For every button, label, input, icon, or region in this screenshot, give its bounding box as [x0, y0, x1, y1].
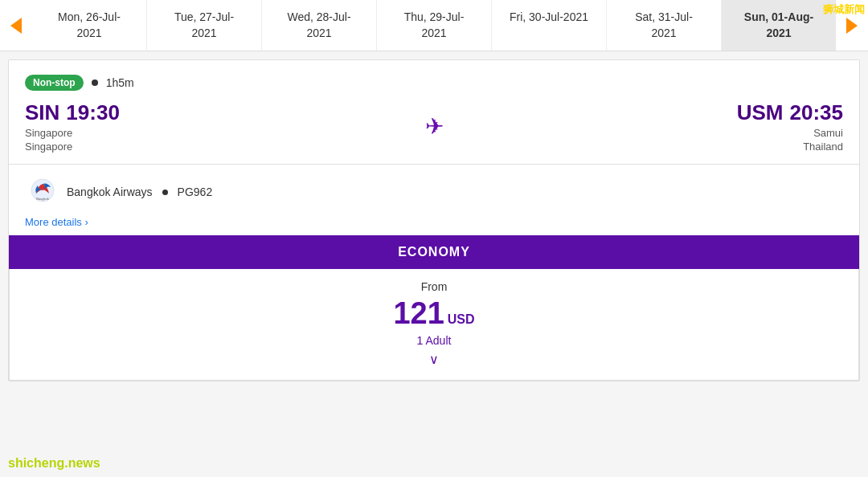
- airline-logo: Bangkok: [25, 177, 60, 206]
- dot-separator-2: [162, 190, 168, 195]
- from-label: From: [26, 280, 842, 293]
- airline-name: Bangkok Airways: [67, 186, 153, 198]
- watermark-bottom: shicheng.news: [8, 456, 100, 471]
- origin-city: Singapore: [25, 127, 409, 139]
- svg-text:Bangkok: Bangkok: [36, 197, 49, 201]
- destination-city: Samui: [460, 127, 844, 139]
- date-nav-item-5[interactable]: Sat, 31-Jul-2021: [607, 0, 722, 51]
- origin-info: SIN 19:30 Singapore Singapore: [25, 100, 409, 153]
- expand-chevron[interactable]: ∨: [26, 352, 842, 367]
- price-amount: 121: [393, 296, 444, 331]
- flight-card: Non-stop 1h5m SIN 19:30 Singapore Singap…: [8, 59, 860, 381]
- flight-info-section: Non-stop 1h5m SIN 19:30 Singapore Singap…: [9, 60, 859, 165]
- date-nav-item-0[interactable]: Mon, 26-Jul-2021: [32, 0, 147, 51]
- prev-date-arrow[interactable]: [0, 0, 32, 51]
- date-nav-item-6[interactable]: Sun, 01-Aug-2021: [722, 0, 836, 51]
- date-nav-item-2[interactable]: Wed, 28-Jul-2021: [262, 0, 377, 51]
- flight-direction-arrow: ✈: [409, 113, 460, 140]
- price-row: 121 USD: [26, 296, 842, 331]
- watermark-top: 狮城新闻: [823, 3, 865, 17]
- adult-label: 1 Adult: [26, 334, 842, 347]
- airline-section: Bangkok Bangkok Airways PG962 More detai…: [9, 165, 859, 235]
- economy-bar: ECONOMY: [9, 235, 859, 269]
- price-currency: USD: [448, 312, 475, 327]
- price-section: From 121 USD 1 Adult ∨: [9, 269, 859, 381]
- destination-info: USM 20:35 Samui Thailand: [460, 100, 844, 153]
- origin-country: Singapore: [25, 141, 409, 153]
- date-nav-item-1[interactable]: Tue, 27-Jul-2021: [147, 0, 262, 51]
- date-navigation: Mon, 26-Jul-2021Tue, 27-Jul-2021Wed, 28-…: [0, 0, 868, 51]
- date-nav-item-3[interactable]: Thu, 29-Jul-2021: [377, 0, 492, 51]
- nonstop-badge: Non-stop: [25, 75, 84, 91]
- airline-row: Bangkok Bangkok Airways PG962: [25, 177, 843, 206]
- destination-country: Thailand: [460, 141, 844, 153]
- dot-separator: [92, 80, 98, 86]
- destination-airport-code: USM: [737, 100, 784, 125]
- origin-time: 19:30: [66, 100, 120, 125]
- flight-route-row: SIN 19:30 Singapore Singapore ✈ USM 20:3…: [25, 100, 843, 153]
- destination-time: 20:35: [790, 100, 844, 125]
- flight-number: PG962: [178, 186, 213, 198]
- date-nav-item-4[interactable]: Fri, 30-Jul-2021: [492, 0, 607, 51]
- origin-code-time: SIN 19:30: [25, 100, 409, 125]
- date-items-container: Mon, 26-Jul-2021Tue, 27-Jul-2021Wed, 28-…: [32, 0, 836, 51]
- more-details-link[interactable]: More details ›: [25, 216, 88, 228]
- origin-airport-code: SIN: [25, 100, 59, 125]
- flight-duration: 1h5m: [106, 76, 134, 89]
- flight-badges-row: Non-stop 1h5m: [25, 75, 843, 91]
- destination-code-time: USM 20:35: [460, 100, 844, 125]
